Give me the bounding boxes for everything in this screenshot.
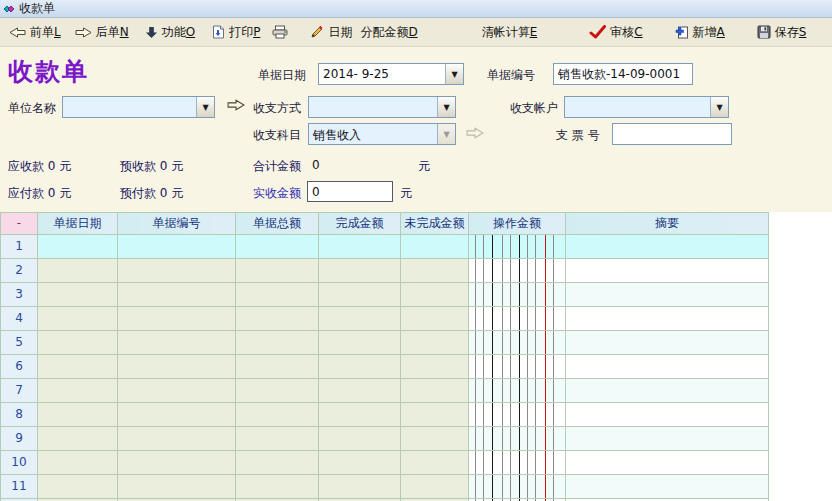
grid-cell-done-amount[interactable] [319, 355, 401, 379]
grid-cell-doc-date[interactable] [38, 475, 118, 499]
grid-cell-doc-total[interactable] [236, 451, 319, 475]
grid-cell-doc-total[interactable] [236, 379, 319, 403]
row-number[interactable]: 8 [1, 403, 38, 427]
print-button[interactable]: 打印P [208, 22, 263, 43]
grid-cell-summary[interactable] [566, 475, 769, 499]
account-combobox[interactable]: ▼ [564, 96, 729, 118]
grid-cell-doc-total[interactable] [236, 475, 319, 499]
grid-cell-doc-total[interactable] [236, 259, 319, 283]
doc-date-combobox[interactable]: 2014- 9-25 ▼ [318, 63, 464, 85]
grid-cell-doc-date[interactable] [38, 379, 118, 403]
grid-cell-doc-total[interactable] [236, 307, 319, 331]
allocate-amount-button[interactable]: 分配金额D [357, 22, 420, 43]
doc-date-dropdown-arrow-icon[interactable]: ▼ [445, 64, 463, 84]
grid-cell-doc-total[interactable] [236, 403, 319, 427]
functions-button[interactable]: 功能O [142, 22, 198, 43]
grid-cell-operate-amount[interactable] [469, 331, 566, 355]
grid-cell-doc-no[interactable] [118, 403, 236, 427]
grid-cell-doc-total[interactable] [236, 235, 319, 259]
grid-cell-doc-total[interactable] [236, 427, 319, 451]
unit-name-combobox[interactable]: ▼ [62, 96, 215, 118]
add-new-button[interactable]: 新增A [672, 22, 728, 43]
grid-cell-summary[interactable] [566, 307, 769, 331]
grid-cell-doc-date[interactable] [38, 427, 118, 451]
grid-cell-operate-amount[interactable] [469, 475, 566, 499]
grid-cell-doc-no[interactable] [118, 451, 236, 475]
grid-cell-doc-no[interactable] [118, 307, 236, 331]
grid-cell-summary[interactable] [566, 403, 769, 427]
grid-cell-done-amount[interactable] [319, 283, 401, 307]
grid-cell-doc-total[interactable] [236, 283, 319, 307]
grid-cell-summary[interactable] [566, 283, 769, 307]
actual-amount-input[interactable] [307, 181, 393, 202]
grid-cell-operate-amount[interactable] [469, 355, 566, 379]
grid-cell-doc-no[interactable] [118, 259, 236, 283]
grid-cell-operate-amount[interactable] [469, 427, 566, 451]
grid-cell-done-amount[interactable] [319, 427, 401, 451]
grid-cell-summary[interactable] [566, 235, 769, 259]
grid-cell-undone-amount[interactable] [401, 403, 469, 427]
row-number[interactable]: 5 [1, 331, 38, 355]
grid-cell-doc-date[interactable] [38, 403, 118, 427]
grid-cell-undone-amount[interactable] [401, 427, 469, 451]
grid-cell-operate-amount[interactable] [469, 235, 566, 259]
grid-cell-summary[interactable] [566, 427, 769, 451]
grid-cell-undone-amount[interactable] [401, 331, 469, 355]
pay-method-dropdown-arrow-icon[interactable]: ▼ [437, 97, 455, 117]
row-number[interactable]: 4 [1, 307, 38, 331]
grid-cell-doc-date[interactable] [38, 307, 118, 331]
grid-cell-undone-amount[interactable] [401, 475, 469, 499]
grid-cell-undone-amount[interactable] [401, 235, 469, 259]
grid-cell-summary[interactable] [566, 331, 769, 355]
grid-cell-doc-no[interactable] [118, 235, 236, 259]
grid-cell-doc-date[interactable] [38, 259, 118, 283]
row-number[interactable]: 7 [1, 379, 38, 403]
next-doc-button[interactable]: 后单N [72, 22, 132, 43]
grid-cell-doc-total[interactable] [236, 355, 319, 379]
unit-name-dropdown-arrow-icon[interactable]: ▼ [196, 97, 214, 117]
grid-cell-undone-amount[interactable] [401, 379, 469, 403]
row-number[interactable]: 6 [1, 355, 38, 379]
pay-method-combobox[interactable]: ▼ [308, 96, 456, 118]
account-dropdown-arrow-icon[interactable]: ▼ [710, 97, 728, 117]
grid-cell-doc-no[interactable] [118, 355, 236, 379]
grid-cell-operate-amount[interactable] [469, 307, 566, 331]
settle-calc-button[interactable]: 清帐计算E [479, 22, 541, 43]
doc-no-input[interactable] [553, 63, 693, 85]
row-number[interactable]: 11 [1, 475, 38, 499]
grid-cell-operate-amount[interactable] [469, 259, 566, 283]
grid-cell-summary[interactable] [566, 451, 769, 475]
grid-cell-undone-amount[interactable] [401, 355, 469, 379]
cheque-no-input[interactable] [612, 123, 732, 145]
grid-cell-doc-no[interactable] [118, 283, 236, 307]
grid-cell-done-amount[interactable] [319, 331, 401, 355]
row-number[interactable]: 2 [1, 259, 38, 283]
grid-cell-operate-amount[interactable] [469, 403, 566, 427]
grid-cell-doc-date[interactable] [38, 451, 118, 475]
grid-cell-undone-amount[interactable] [401, 283, 469, 307]
grid-cell-operate-amount[interactable] [469, 379, 566, 403]
grid-cell-doc-date[interactable] [38, 283, 118, 307]
grid-cell-done-amount[interactable] [319, 259, 401, 283]
grid-cell-undone-amount[interactable] [401, 451, 469, 475]
grid-cell-doc-date[interactable] [38, 355, 118, 379]
grid-cell-doc-total[interactable] [236, 331, 319, 355]
grid-cell-undone-amount[interactable] [401, 307, 469, 331]
save-button[interactable]: 保存S [754, 22, 810, 43]
date-button[interactable]: 日期 [307, 22, 355, 43]
grid-cell-doc-no[interactable] [118, 331, 236, 355]
grid-cell-summary[interactable] [566, 259, 769, 283]
prev-doc-button[interactable]: 前单L [6, 22, 64, 43]
grid-cell-done-amount[interactable] [319, 403, 401, 427]
row-number[interactable]: 10 [1, 451, 38, 475]
grid-cell-undone-amount[interactable] [401, 259, 469, 283]
audit-button[interactable]: 审核C [586, 22, 645, 43]
grid-cell-done-amount[interactable] [319, 307, 401, 331]
grid-cell-operate-amount[interactable] [469, 451, 566, 475]
grid-cell-doc-no[interactable] [118, 379, 236, 403]
grid-cell-done-amount[interactable] [319, 451, 401, 475]
row-number[interactable]: 9 [1, 427, 38, 451]
grid-cell-done-amount[interactable] [319, 475, 401, 499]
grid-cell-doc-no[interactable] [118, 475, 236, 499]
grid-cell-summary[interactable] [566, 355, 769, 379]
